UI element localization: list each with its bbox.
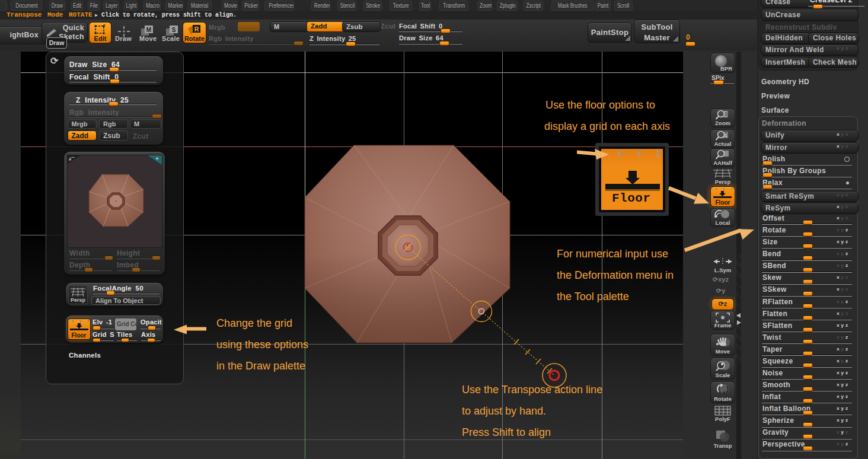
- svg-text:+: +: [155, 155, 159, 162]
- svg-text:R: R: [194, 26, 199, 33]
- svg-text:M: M: [146, 27, 151, 33]
- svg-text:S: S: [172, 27, 176, 33]
